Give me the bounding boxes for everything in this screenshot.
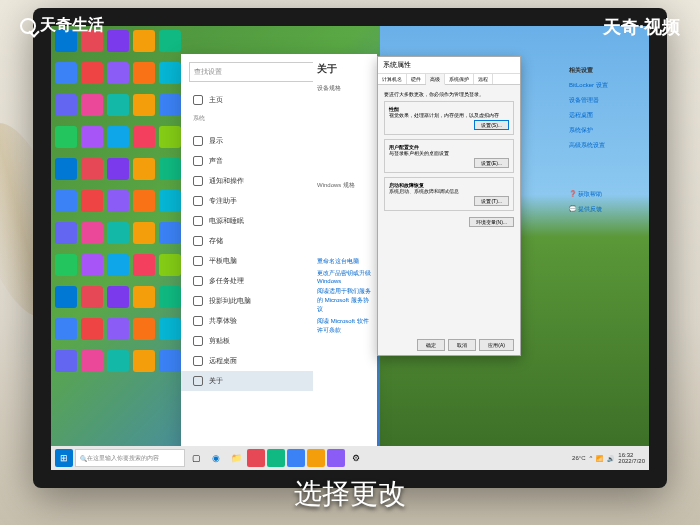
- desktop-icon-20[interactable]: [55, 158, 77, 180]
- settings-taskbar-icon[interactable]: ⚙: [347, 449, 365, 467]
- desktop-icon-5[interactable]: [55, 62, 77, 84]
- related-link-1[interactable]: 设备管理器: [569, 96, 639, 105]
- desktop-icon-21[interactable]: [81, 158, 103, 180]
- desktop-icon-7[interactable]: [107, 62, 129, 84]
- desktop-icon-35[interactable]: [55, 254, 77, 276]
- desktop-icon-4[interactable]: [159, 30, 181, 52]
- desktop-icon-24[interactable]: [159, 158, 181, 180]
- tray-chevron-icon[interactable]: ^: [589, 455, 592, 461]
- desktop-icon-28[interactable]: [133, 190, 155, 212]
- desktop-icon-52[interactable]: [107, 350, 129, 372]
- desktop-icon-10[interactable]: [55, 94, 77, 116]
- desktop-icon-15[interactable]: [55, 126, 77, 148]
- desktop-icon-6[interactable]: [81, 62, 103, 84]
- desktop-icon-16[interactable]: [81, 126, 103, 148]
- desktop-icon-48[interactable]: [133, 318, 155, 340]
- desktop-icon-31[interactable]: [81, 222, 103, 244]
- feedback-link[interactable]: 💬 提供反馈: [569, 205, 639, 214]
- desktop-icon-19[interactable]: [159, 126, 181, 148]
- desktop-icon-18[interactable]: [133, 126, 155, 148]
- about-link-2[interactable]: 阅读适用于我们服务的 Microsoft 服务协议: [317, 287, 373, 314]
- app-icon-1[interactable]: [247, 449, 265, 467]
- env-vars-button[interactable]: 环境变量(N)...: [469, 217, 514, 227]
- desktop-icon-42[interactable]: [107, 286, 129, 308]
- desktop-icon-12[interactable]: [107, 94, 129, 116]
- desktop-icon-27[interactable]: [107, 190, 129, 212]
- desktop-icon-51[interactable]: [81, 350, 103, 372]
- desktop-icon-13[interactable]: [133, 94, 155, 116]
- desktop-icon-44[interactable]: [159, 286, 181, 308]
- sysprops-settings-btn-1[interactable]: 设置(E)...: [474, 158, 509, 168]
- sysprops-titlebar[interactable]: 系统属性: [378, 57, 520, 74]
- desktop-icon-29[interactable]: [159, 190, 181, 212]
- edge-icon[interactable]: ◉: [207, 449, 225, 467]
- system-properties-dialog[interactable]: 系统属性 计算机名硬件高级系统保护远程 要进行大多数更改，你必须作为管理员登录。…: [377, 56, 521, 356]
- desktop-icon-30[interactable]: [55, 222, 77, 244]
- sysprops-tab-4[interactable]: 远程: [474, 74, 493, 84]
- desktop-icon-11[interactable]: [81, 94, 103, 116]
- desktop-icon-53[interactable]: [133, 350, 155, 372]
- sysprops-footer-btn-2[interactable]: 应用(A): [479, 339, 514, 351]
- app-icon-2[interactable]: [267, 449, 285, 467]
- get-help-link[interactable]: ❓ 获取帮助: [569, 190, 639, 199]
- desktop-icon-41[interactable]: [81, 286, 103, 308]
- desktop-icon-25[interactable]: [55, 190, 77, 212]
- desktop-icon-8[interactable]: [133, 62, 155, 84]
- explorer-icon[interactable]: 📁: [227, 449, 245, 467]
- taskbar-tray[interactable]: 26°C ^ 📶 🔊 16:322022/7/20: [572, 452, 645, 464]
- about-link-0[interactable]: 重命名这台电脑: [317, 257, 373, 266]
- desktop-icon-14[interactable]: [159, 94, 181, 116]
- desktop-icon-45[interactable]: [55, 318, 77, 340]
- sysprops-tab-2[interactable]: 高级: [426, 74, 445, 85]
- related-link-4[interactable]: 高级系统设置: [569, 141, 639, 150]
- desktop-icon-39[interactable]: [159, 254, 181, 276]
- desktop-icon-3[interactable]: [133, 30, 155, 52]
- related-link-0[interactable]: BitLocker 设置: [569, 81, 639, 90]
- weather-widget[interactable]: 26°C: [572, 455, 585, 461]
- sysprops-tab-1[interactable]: 硬件: [407, 74, 426, 84]
- desktop-icon-23[interactable]: [133, 158, 155, 180]
- desktop-icon-2[interactable]: [107, 30, 129, 52]
- desktop-icon-54[interactable]: [159, 350, 181, 372]
- about-link-1[interactable]: 更改产品密钥或升级 Windows: [317, 269, 373, 284]
- taskbar-search[interactable]: 🔍 在这里输入你要搜索的内容: [75, 449, 185, 467]
- taskbar[interactable]: ⊞ 🔍 在这里输入你要搜索的内容 ▢ ◉ 📁 ⚙ 26°C ^ 📶 🔊 16:3…: [51, 446, 649, 470]
- sysprops-tab-3[interactable]: 系统保护: [445, 74, 474, 84]
- sysprops-settings-btn-2[interactable]: 设置(T)...: [474, 196, 509, 206]
- start-button[interactable]: ⊞: [55, 449, 73, 467]
- desktop-icon-40[interactable]: [55, 286, 77, 308]
- desktop-icon-46[interactable]: [81, 318, 103, 340]
- volume-icon[interactable]: 🔊: [607, 455, 614, 462]
- sysprops-tab-0[interactable]: 计算机名: [378, 74, 407, 84]
- desktop-icon-32[interactable]: [107, 222, 129, 244]
- about-link-3[interactable]: 阅读 Microsoft 软件许可条款: [317, 317, 373, 335]
- desktop-icon-34[interactable]: [159, 222, 181, 244]
- settings-item-icon: [193, 256, 203, 266]
- desktop-icon-43[interactable]: [133, 286, 155, 308]
- sysprops-settings-btn-0[interactable]: 设置(S)...: [474, 120, 509, 130]
- related-link-2[interactable]: 远程桌面: [569, 111, 639, 120]
- desktop-icon-26[interactable]: [81, 190, 103, 212]
- desktop-icon-17[interactable]: [107, 126, 129, 148]
- app-icon-4[interactable]: [307, 449, 325, 467]
- settings-item-icon: [193, 196, 203, 206]
- app-icon-5[interactable]: [327, 449, 345, 467]
- desktop-icon-38[interactable]: [133, 254, 155, 276]
- clock[interactable]: 16:322022/7/20: [618, 452, 645, 464]
- wifi-icon[interactable]: 📶: [596, 455, 603, 462]
- task-view-icon[interactable]: ▢: [187, 449, 205, 467]
- sysprops-footer-btn-0[interactable]: 确定: [417, 339, 445, 351]
- related-heading: 相关设置: [569, 66, 639, 75]
- related-link-3[interactable]: 系统保护: [569, 126, 639, 135]
- desktop-icon-33[interactable]: [133, 222, 155, 244]
- desktop-screen[interactable]: 查找设置 主页 系统 显示声音通知和操作专注助手电源和睡眠存储平板电脑多任务处理…: [51, 26, 649, 470]
- desktop-icon-36[interactable]: [81, 254, 103, 276]
- desktop-icon-49[interactable]: [159, 318, 181, 340]
- sysprops-footer-btn-1[interactable]: 取消: [448, 339, 476, 351]
- desktop-icon-50[interactable]: [55, 350, 77, 372]
- desktop-icon-9[interactable]: [159, 62, 181, 84]
- app-icon-3[interactable]: [287, 449, 305, 467]
- desktop-icon-47[interactable]: [107, 318, 129, 340]
- desktop-icon-22[interactable]: [107, 158, 129, 180]
- desktop-icon-37[interactable]: [107, 254, 129, 276]
